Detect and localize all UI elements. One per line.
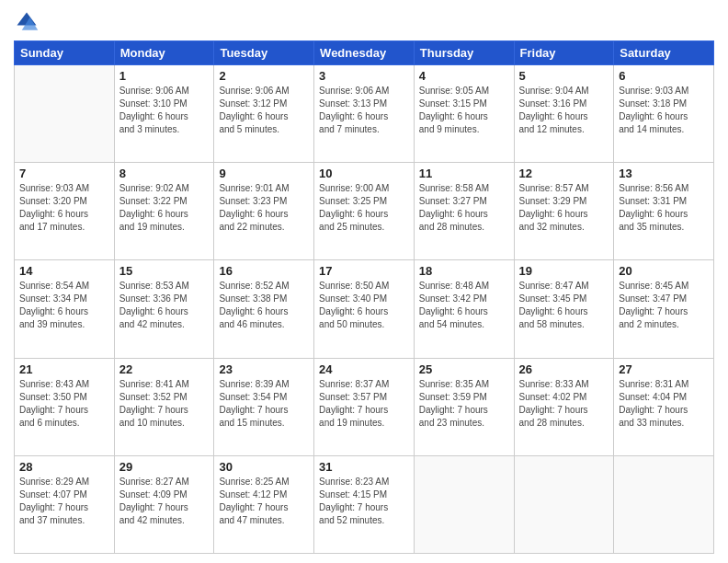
day-number: 9	[219, 167, 309, 180]
day-number: 18	[419, 264, 509, 278]
calendar-cell: 11Sunrise: 8:58 AM Sunset: 3:27 PM Dayli…	[414, 163, 514, 260]
calendar-cell: 20Sunrise: 8:45 AM Sunset: 3:47 PM Dayli…	[614, 260, 714, 358]
day-info: Sunrise: 8:53 AM Sunset: 3:36 PM Dayligh…	[119, 280, 210, 331]
day-info: Sunrise: 8:25 AM Sunset: 4:12 PM Dayligh…	[219, 476, 309, 527]
day-info: Sunrise: 8:37 AM Sunset: 3:57 PM Dayligh…	[319, 378, 409, 430]
day-info: Sunrise: 8:47 AM Sunset: 3:45 PM Dayligh…	[519, 280, 609, 331]
day-number: 2	[219, 69, 309, 83]
weekday-header: Tuesday	[214, 41, 314, 65]
day-info: Sunrise: 8:29 AM Sunset: 4:07 PM Dayligh…	[19, 476, 109, 527]
calendar-cell: 10Sunrise: 9:00 AM Sunset: 3:25 PM Dayli…	[314, 163, 415, 260]
day-number: 21	[19, 362, 109, 376]
day-number: 14	[19, 264, 109, 278]
day-info: Sunrise: 8:41 AM Sunset: 3:52 PM Dayligh…	[119, 378, 210, 430]
day-info: Sunrise: 9:03 AM Sunset: 3:20 PM Dayligh…	[19, 182, 109, 234]
day-info: Sunrise: 9:01 AM Sunset: 3:23 PM Dayligh…	[219, 182, 309, 234]
day-info: Sunrise: 9:06 AM Sunset: 3:12 PM Dayligh…	[219, 85, 309, 136]
day-number: 4	[419, 69, 509, 83]
weekday-header: Wednesday	[314, 41, 415, 65]
calendar-cell: 25Sunrise: 8:35 AM Sunset: 3:59 PM Dayli…	[414, 358, 514, 455]
calendar-cell	[15, 65, 115, 163]
day-info: Sunrise: 8:31 AM Sunset: 4:04 PM Dayligh…	[619, 378, 709, 430]
day-info: Sunrise: 8:35 AM Sunset: 3:59 PM Dayligh…	[419, 378, 509, 430]
calendar-cell: 5Sunrise: 9:04 AM Sunset: 3:16 PM Daylig…	[514, 65, 614, 163]
day-info: Sunrise: 9:03 AM Sunset: 3:18 PM Dayligh…	[619, 85, 709, 136]
day-info: Sunrise: 9:06 AM Sunset: 3:10 PM Dayligh…	[119, 85, 210, 136]
day-info: Sunrise: 8:23 AM Sunset: 4:15 PM Dayligh…	[319, 476, 409, 527]
calendar-week-row: 7Sunrise: 9:03 AM Sunset: 3:20 PM Daylig…	[15, 163, 714, 260]
calendar-cell: 27Sunrise: 8:31 AM Sunset: 4:04 PM Dayli…	[614, 358, 714, 455]
page: SundayMondayTuesdayWednesdayThursdayFrid…	[0, 0, 728, 563]
day-number: 11	[419, 167, 509, 180]
day-info: Sunrise: 9:00 AM Sunset: 3:25 PM Dayligh…	[319, 182, 409, 234]
day-number: 16	[219, 264, 309, 278]
calendar-cell: 13Sunrise: 8:56 AM Sunset: 3:31 PM Dayli…	[614, 163, 714, 260]
calendar-week-row: 1Sunrise: 9:06 AM Sunset: 3:10 PM Daylig…	[15, 65, 714, 163]
day-info: Sunrise: 8:48 AM Sunset: 3:42 PM Dayligh…	[419, 280, 509, 331]
calendar-cell: 16Sunrise: 8:52 AM Sunset: 3:38 PM Dayli…	[214, 260, 314, 358]
calendar-cell: 21Sunrise: 8:43 AM Sunset: 3:50 PM Dayli…	[15, 358, 115, 455]
calendar-table: SundayMondayTuesdayWednesdayThursdayFrid…	[14, 40, 714, 554]
calendar-cell: 26Sunrise: 8:33 AM Sunset: 4:02 PM Dayli…	[514, 358, 614, 455]
day-number: 12	[519, 167, 609, 180]
calendar-cell: 30Sunrise: 8:25 AM Sunset: 4:12 PM Dayli…	[214, 455, 314, 553]
logo	[14, 9, 43, 35]
calendar-cell: 14Sunrise: 8:54 AM Sunset: 3:34 PM Dayli…	[15, 260, 115, 358]
weekday-header: Saturday	[614, 41, 714, 65]
day-info: Sunrise: 8:57 AM Sunset: 3:29 PM Dayligh…	[519, 182, 609, 234]
calendar-cell: 6Sunrise: 9:03 AM Sunset: 3:18 PM Daylig…	[614, 65, 714, 163]
day-info: Sunrise: 9:04 AM Sunset: 3:16 PM Dayligh…	[519, 85, 609, 136]
day-number: 22	[119, 362, 210, 376]
calendar-cell: 18Sunrise: 8:48 AM Sunset: 3:42 PM Dayli…	[414, 260, 514, 358]
day-info: Sunrise: 9:05 AM Sunset: 3:15 PM Dayligh…	[419, 85, 509, 136]
day-info: Sunrise: 8:45 AM Sunset: 3:47 PM Dayligh…	[619, 280, 709, 331]
calendar-cell: 3Sunrise: 9:06 AM Sunset: 3:13 PM Daylig…	[314, 65, 415, 163]
day-number: 31	[319, 460, 409, 474]
day-number: 3	[319, 69, 409, 83]
day-info: Sunrise: 8:50 AM Sunset: 3:40 PM Dayligh…	[319, 280, 409, 331]
calendar-cell: 23Sunrise: 8:39 AM Sunset: 3:54 PM Dayli…	[214, 358, 314, 455]
day-number: 28	[19, 460, 109, 474]
day-info: Sunrise: 8:54 AM Sunset: 3:34 PM Dayligh…	[19, 280, 109, 331]
weekday-header: Friday	[514, 41, 614, 65]
day-number: 15	[119, 264, 210, 278]
calendar-header-row: SundayMondayTuesdayWednesdayThursdayFrid…	[15, 41, 714, 65]
calendar-cell: 31Sunrise: 8:23 AM Sunset: 4:15 PM Dayli…	[314, 455, 415, 553]
calendar-cell: 17Sunrise: 8:50 AM Sunset: 3:40 PM Dayli…	[314, 260, 415, 358]
day-number: 19	[519, 264, 609, 278]
header	[14, 9, 714, 35]
day-info: Sunrise: 9:02 AM Sunset: 3:22 PM Dayligh…	[119, 182, 210, 234]
logo-icon	[14, 9, 40, 35]
day-number: 6	[619, 69, 709, 83]
day-number: 23	[219, 362, 309, 376]
day-number: 10	[319, 167, 409, 180]
calendar-week-row: 14Sunrise: 8:54 AM Sunset: 3:34 PM Dayli…	[15, 260, 714, 358]
day-number: 24	[319, 362, 409, 376]
day-number: 25	[419, 362, 509, 376]
weekday-header: Monday	[114, 41, 214, 65]
day-info: Sunrise: 8:43 AM Sunset: 3:50 PM Dayligh…	[19, 378, 109, 430]
day-number: 5	[519, 69, 609, 83]
weekday-header: Thursday	[414, 41, 514, 65]
day-number: 20	[619, 264, 709, 278]
calendar-cell: 22Sunrise: 8:41 AM Sunset: 3:52 PM Dayli…	[114, 358, 214, 455]
day-info: Sunrise: 8:39 AM Sunset: 3:54 PM Dayligh…	[219, 378, 309, 430]
calendar-cell: 12Sunrise: 8:57 AM Sunset: 3:29 PM Dayli…	[514, 163, 614, 260]
calendar-cell: 24Sunrise: 8:37 AM Sunset: 3:57 PM Dayli…	[314, 358, 415, 455]
day-number: 7	[19, 167, 109, 180]
calendar-cell: 8Sunrise: 9:02 AM Sunset: 3:22 PM Daylig…	[114, 163, 214, 260]
day-number: 1	[119, 69, 210, 83]
calendar-cell	[514, 455, 614, 553]
calendar-cell	[614, 455, 714, 553]
day-info: Sunrise: 8:56 AM Sunset: 3:31 PM Dayligh…	[619, 182, 709, 234]
day-info: Sunrise: 8:27 AM Sunset: 4:09 PM Dayligh…	[119, 476, 210, 527]
day-number: 17	[319, 264, 409, 278]
calendar-cell: 15Sunrise: 8:53 AM Sunset: 3:36 PM Dayli…	[114, 260, 214, 358]
day-info: Sunrise: 9:06 AM Sunset: 3:13 PM Dayligh…	[319, 85, 409, 136]
calendar-cell: 7Sunrise: 9:03 AM Sunset: 3:20 PM Daylig…	[15, 163, 115, 260]
calendar-cell: 29Sunrise: 8:27 AM Sunset: 4:09 PM Dayli…	[114, 455, 214, 553]
day-info: Sunrise: 8:58 AM Sunset: 3:27 PM Dayligh…	[419, 182, 509, 234]
calendar-cell: 4Sunrise: 9:05 AM Sunset: 3:15 PM Daylig…	[414, 65, 514, 163]
calendar-cell	[414, 455, 514, 553]
calendar-week-row: 21Sunrise: 8:43 AM Sunset: 3:50 PM Dayli…	[15, 358, 714, 455]
